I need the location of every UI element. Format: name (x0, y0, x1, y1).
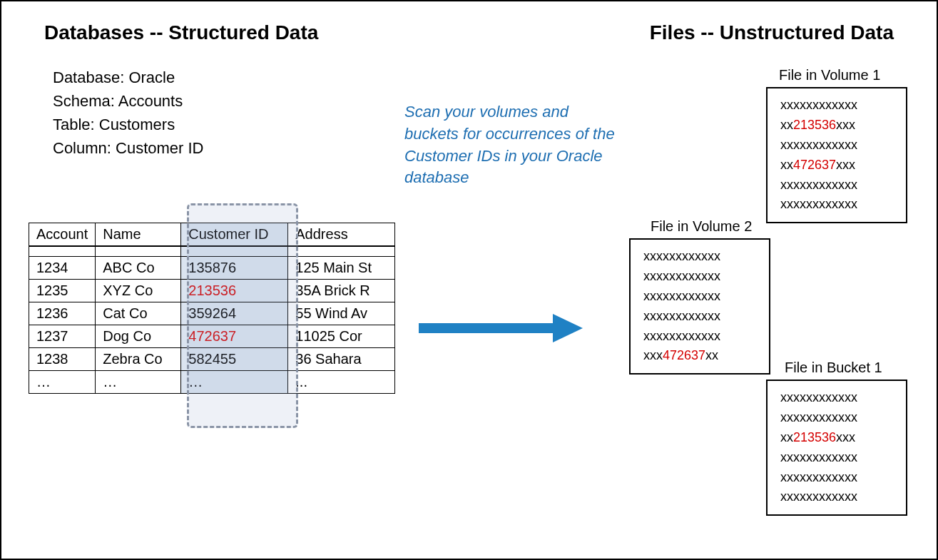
cell-address: 11025 Cor (288, 325, 395, 347)
file-line: xxx472637xx (643, 346, 756, 366)
cell-name: XYZ Co (96, 279, 181, 302)
file-vol2-label: File in Volume 2 (651, 218, 752, 235)
file-vol1-box: xxxxxxxxxxxxxx213536xxxxxxxxxxxxxxxxx472… (766, 87, 907, 223)
cell-name: ABC Co (96, 256, 181, 279)
cell-customer-id: 472637 (181, 325, 288, 347)
file-line: xxxxxxxxxxxx (643, 307, 756, 327)
file-line: xxxxxxxxxxxx (780, 408, 893, 428)
file-text: xxxxxxxxxxxx (780, 98, 857, 112)
diagram-frame: Databases -- Structured Data Files -- Un… (0, 0, 938, 560)
col-customer-id: Customer ID (181, 223, 288, 247)
file-text: xx (705, 348, 718, 362)
table-row: … … … ... (29, 370, 395, 393)
cell-account: 1238 (29, 347, 96, 370)
file-line: xxxxxxxxxxxx (643, 247, 756, 267)
file-text: xxxxxxxxxxxx (780, 138, 857, 152)
file-text: xxx (836, 118, 855, 132)
table-row: 1236 Cat Co 359264 55 Wind Av (29, 302, 395, 325)
customers-table-wrap: Account Name Customer ID Address 1234 AB… (29, 223, 395, 394)
cell-account: 1236 (29, 302, 96, 325)
cell-address: 35A Brick R (288, 279, 395, 302)
db-metadata: Database: Oracle Schema: Accounts Table:… (53, 66, 204, 160)
file-line: xxxxxxxxxxxx (780, 175, 893, 195)
table-row: 1234 ABC Co 135876 125 Main St (29, 256, 395, 279)
svg-rect-0 (419, 323, 554, 333)
col-account: Account (29, 223, 96, 247)
file-text: xxxxxxxxxxxx (643, 289, 720, 303)
file-text: xxxxxxxxxxxx (780, 390, 857, 404)
cell-address: 125 Main St (288, 256, 395, 279)
cell-account: 1237 (29, 325, 96, 347)
file-line: xx213536xxx (780, 428, 893, 448)
file-text: xxxxxxxxxxxx (780, 178, 857, 192)
matched-id: 213536 (793, 118, 836, 132)
file-text: xxx (836, 158, 855, 172)
table-row: 1235 XYZ Co 213536 35A Brick R (29, 279, 395, 302)
cell-address: 36 Sahara (288, 347, 395, 370)
table-spacer-row (29, 246, 395, 256)
file-text: xxxxxxxxxxxx (780, 489, 857, 504)
cell-name: … (96, 370, 181, 393)
file-line: xxxxxxxxxxxx (780, 468, 893, 488)
file-text: xxxxxxxxxxxx (780, 470, 857, 484)
cell-customer-id: … (181, 370, 288, 393)
cell-account: 1235 (29, 279, 96, 302)
file-line: xxxxxxxxxxxx (780, 136, 893, 156)
cell-customer-id: 582455 (181, 347, 288, 370)
matched-id: 472637 (663, 348, 705, 362)
table-row: 1238 Zebra Co 582455 36 Sahara (29, 347, 395, 370)
file-text: xxxxxxxxxxxx (643, 269, 720, 283)
file-line: xx472637xxx (780, 156, 893, 175)
cell-customer-id: 359264 (181, 302, 288, 325)
scan-callout: Scan your volumes and buckets for occurr… (404, 101, 626, 189)
cell-address: 55 Wind Av (288, 302, 395, 325)
file-text: xxxxxxxxxxxx (780, 197, 857, 211)
svg-marker-1 (553, 314, 583, 342)
file-text: xx (780, 158, 793, 172)
table-header-row: Account Name Customer ID Address (29, 223, 395, 247)
file-line: xxxxxxxxxxxx (780, 195, 893, 215)
file-line: xxxxxxxxxxxx (780, 448, 893, 468)
heading-databases: Databases -- Structured Data (44, 21, 318, 44)
arrow-icon (419, 314, 583, 346)
cell-customer-id: 135876 (181, 256, 288, 279)
meta-column: Column: Customer ID (53, 136, 204, 160)
file-text: xxxxxxxxxxxx (780, 450, 857, 464)
file-line: xxxxxxxxxxxx (643, 267, 756, 287)
cell-name: Cat Co (96, 302, 181, 325)
file-vol2-box: xxxxxxxxxxxxxxxxxxxxxxxxxxxxxxxxxxxxxxxx… (629, 238, 770, 375)
cell-name: Zebra Co (96, 347, 181, 370)
matched-id: 472637 (793, 158, 836, 172)
cell-customer-id: 213536 (181, 279, 288, 302)
file-text: xx (780, 430, 793, 444)
file-line: xx213536xxx (780, 116, 893, 136)
file-line: xxxxxxxxxxxx (780, 487, 893, 507)
col-name: Name (96, 223, 181, 247)
file-text: xxx (643, 348, 663, 362)
file-bucket1-box: xxxxxxxxxxxxxxxxxxxxxxxxxx213536xxxxxxxx… (766, 380, 907, 516)
file-line: xxxxxxxxxxxx (643, 327, 756, 347)
file-text: xxxxxxxxxxxx (643, 309, 720, 323)
heading-files: Files -- Unstructured Data (650, 21, 894, 44)
col-address: Address (288, 223, 395, 247)
file-vol1-label: File in Volume 1 (779, 67, 880, 83)
customers-table: Account Name Customer ID Address 1234 AB… (29, 223, 395, 394)
cell-account: 1234 (29, 256, 96, 279)
meta-database: Database: Oracle (53, 66, 204, 89)
file-line: xxxxxxxxxxxx (780, 388, 893, 408)
cell-name: Dog Co (96, 325, 181, 347)
meta-schema: Schema: Accounts (53, 89, 204, 113)
matched-id: 213536 (793, 430, 836, 444)
cell-account: … (29, 370, 96, 393)
meta-table: Table: Customers (53, 113, 204, 136)
file-line: xxxxxxxxxxxx (780, 96, 893, 116)
cell-address: ... (288, 370, 395, 393)
file-text: xx (780, 118, 793, 132)
table-row: 1237 Dog Co 472637 11025 Cor (29, 325, 395, 347)
file-bucket1-label: File in Bucket 1 (785, 360, 882, 376)
file-text: xxxxxxxxxxxx (780, 410, 857, 424)
file-text: xxxxxxxxxxxx (643, 329, 720, 343)
file-line: xxxxxxxxxxxx (643, 287, 756, 307)
file-text: xxxxxxxxxxxx (643, 249, 720, 263)
file-text: xxx (836, 430, 855, 444)
